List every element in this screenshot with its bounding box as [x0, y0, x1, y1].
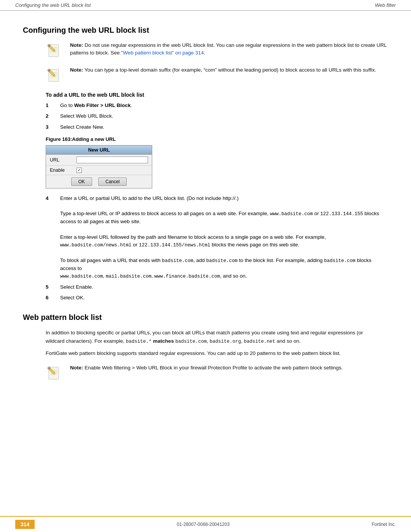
code-pattern: badsite.*	[126, 339, 152, 344]
section2: Web pattern block list In addition to bl…	[23, 313, 388, 383]
section1-title: Configuring the web URL block list	[23, 26, 388, 35]
dialog-enable-checkbox[interactable]: ✓	[76, 168, 82, 173]
step-1: 1 Go to Web Filter > URL Block.	[46, 102, 388, 109]
dialog-ok-button[interactable]: OK	[71, 177, 92, 186]
step-6: 6 Select OK.	[46, 294, 388, 302]
code-url-path1: www.badsite.com/news.html	[60, 243, 132, 248]
footer-center: 01-28007-0068-20041203	[177, 522, 230, 527]
step-3: 3 Select Create New.	[46, 123, 388, 131]
step-5: 5 Select Enable.	[46, 283, 388, 291]
note-block-2: Note: You can type a top-level domain su…	[46, 66, 388, 85]
step4-list: 4 Enter a URL or partial URL to add to t…	[46, 195, 388, 280]
note1-link[interactable]: "Web pattern block list" on page 314	[121, 50, 204, 56]
note-text-3: Note: Enable Web filtering > Web URL Blo…	[70, 364, 343, 372]
code-url-path2: 122.133.144.155/news.html	[139, 243, 210, 248]
dialog-title: New URL	[46, 145, 152, 155]
code-badsite3: badsite.com	[206, 258, 238, 264]
figure-caption: Figure 163:Adding a new URL	[46, 136, 388, 142]
note-text-2: Note: You can type a top-level domain su…	[70, 66, 376, 74]
steps-5-6: 5 Select Enable. 6 Select OK.	[46, 283, 388, 302]
dialog-enable-label: Enable	[50, 168, 76, 173]
dialog-buttons: OK Cancel	[46, 175, 152, 188]
dialog-url-row: URL	[46, 155, 152, 166]
section2-para2: FortiGate web pattern blocking supports …	[46, 349, 365, 358]
subsection-heading: To add a URL to the web URL block list	[46, 92, 388, 98]
code-finance-badsite: www.finance.badsite.com	[155, 274, 220, 279]
header-bar: Configuring the web URL block list Web f…	[0, 0, 411, 11]
code-badsite-org: badsite.org	[210, 339, 241, 344]
steps-list: 1 Go to Web Filter > URL Block. 2 Select…	[46, 102, 388, 131]
matches-bold: matches	[153, 338, 174, 344]
code-www-badsite: www.badsite.com	[60, 274, 103, 279]
code-badsite-net: badsite.net	[244, 339, 276, 344]
footer-page-number: 314	[15, 520, 35, 529]
dialog-container: New URL URL Enable ✓ OK Cancel	[46, 145, 152, 189]
step-2: 2 Select Web URL Block.	[46, 112, 388, 120]
code-mail-badsite: mail.badsite.com	[106, 274, 151, 279]
code-badsite4: badsite.com	[324, 258, 356, 264]
dialog-box: New URL URL Enable ✓ OK Cancel	[46, 145, 152, 189]
code-badsite-com: badsite.com	[175, 339, 207, 344]
section2-title: Web pattern block list	[23, 313, 388, 322]
note1-bold: Note:	[70, 42, 83, 48]
dialog-url-label: URL	[50, 157, 76, 163]
pencil-note-icon-3	[46, 365, 65, 383]
header-right: Web filter	[375, 2, 396, 8]
pencil-note-icon-1	[46, 42, 65, 60]
pencil-note-icon-2	[46, 67, 65, 85]
dialog-enable-row: Enable ✓	[46, 166, 152, 175]
section2-para1: In addition to blocking specific or part…	[46, 329, 365, 345]
note3-bold: Note:	[70, 365, 83, 371]
code-ip: 122.133.144.155	[320, 211, 363, 217]
dialog-cancel-button[interactable]: Cancel	[98, 177, 127, 186]
footer: 314 01-28007-0068-20041203 Fortinet Inc.	[0, 516, 411, 532]
note-block-3: Note: Enable Web filtering > Web URL Blo…	[46, 364, 388, 383]
code-badsite: www.badsite.com	[270, 211, 313, 217]
note-block-1: Note: Do not use regular expressions in …	[46, 42, 388, 60]
step4-block: 4 Enter a URL or partial URL to add to t…	[46, 195, 388, 280]
header-left: Configuring the web URL block list	[15, 2, 91, 8]
step-4: 4 Enter a URL or partial URL to add to t…	[46, 195, 388, 280]
code-badsite2: badsite.com	[162, 258, 193, 264]
note-text-1: Note: Do not use regular expressions in …	[70, 42, 388, 57]
step1-bold: Web Filter > URL Block	[74, 102, 131, 108]
dialog-url-input[interactable]	[76, 157, 148, 163]
main-content: Configuring the web URL block list	[0, 11, 411, 412]
footer-company: Fortinet Inc.	[372, 522, 396, 527]
note2-bold: Note:	[70, 67, 83, 73]
checkbox-checked[interactable]: ✓	[76, 168, 82, 173]
